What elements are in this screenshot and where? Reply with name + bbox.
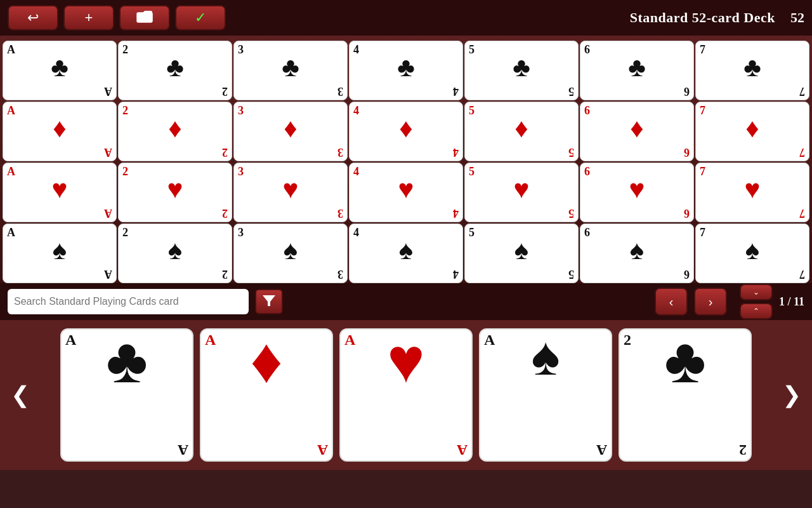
card-rank-br: 3: [337, 147, 343, 158]
grid-card-0-1[interactable]: A♦A: [3, 102, 117, 161]
grid-card-2-0[interactable]: 3♣3: [233, 41, 348, 100]
vert-up-button[interactable]: ⌃: [740, 303, 773, 319]
nav-left-button[interactable]: ‹: [655, 288, 688, 316]
card-suit-center: ♠: [399, 237, 413, 264]
card-suit-center: ♦: [514, 115, 528, 142]
card-rank-br: 6: [684, 147, 690, 158]
card-column-5: 6♣66♦66♥66♠6: [580, 41, 694, 283]
card-grid: A♣AA♦AA♥AA♠A2♣22♦22♥22♠23♣33♦33♥33♠34♣44…: [0, 36, 812, 283]
grid-card-0-0[interactable]: A♣A: [3, 41, 117, 100]
grid-card-5-0[interactable]: 6♣6: [580, 41, 694, 100]
grid-card-5-2[interactable]: 6♥6: [580, 163, 694, 222]
card-column-1: 2♣22♦22♥22♠2: [118, 41, 232, 283]
grid-card-2-2[interactable]: 3♥3: [233, 163, 348, 222]
card-rank-tl: 2: [122, 105, 128, 116]
card-rank-tl: 5: [469, 166, 475, 177]
carousel-card-ace-clubs[interactable]: A♣A: [60, 328, 193, 462]
card-rank-br: 6: [684, 208, 690, 219]
folder-button[interactable]: [119, 5, 170, 30]
carousel-left-icon: ❮: [11, 382, 30, 408]
card-suit-center: ♣: [51, 54, 69, 81]
grid-card-5-1[interactable]: 6♦6: [580, 102, 694, 161]
grid-card-6-2[interactable]: 7♥7: [695, 163, 809, 222]
carousel-card-ace-hearts[interactable]: A♥A: [339, 328, 473, 462]
carousel-card-two-clubs[interactable]: 2♣2: [619, 328, 752, 462]
grid-card-0-2[interactable]: A♥A: [3, 163, 117, 222]
card-column-6: 7♣77♦77♥77♠7: [695, 41, 809, 283]
check-button[interactable]: ✓: [175, 5, 226, 30]
carousel-right-button[interactable]: ❯: [771, 320, 812, 470]
card-rank-tl: 6: [584, 227, 590, 238]
grid-card-6-0[interactable]: 7♣7: [695, 41, 809, 100]
card-rank-br: A: [104, 269, 112, 280]
card-rank-br: 4: [453, 147, 459, 158]
carousel-card-ace-diamonds[interactable]: A♦A: [200, 328, 333, 462]
grid-card-3-1[interactable]: 4♦4: [349, 102, 463, 161]
card-column-3: 4♣44♦44♥44♠4: [349, 41, 463, 283]
card-column-2: 3♣33♦33♥33♠3: [233, 41, 348, 283]
card-suit-center: ♦: [399, 115, 412, 142]
add-button[interactable]: +: [63, 5, 114, 30]
card-rank-br: A: [317, 443, 328, 458]
card-suit-center: ♠: [168, 237, 182, 264]
grid-card-4-3[interactable]: 5♠5: [464, 224, 579, 283]
grid-card-3-2[interactable]: 4♥4: [349, 163, 463, 222]
card-rank-tl: 7: [700, 44, 705, 55]
card-suit-center: ♣: [628, 54, 646, 81]
card-suit-center: ♦: [250, 330, 282, 393]
nav-left-icon: ‹: [669, 295, 674, 309]
grid-card-2-3[interactable]: 3♠3: [233, 224, 348, 283]
grid-card-5-3[interactable]: 6♠6: [580, 224, 694, 283]
card-rank-br: 5: [568, 269, 574, 280]
card-suit-center: ♦: [630, 115, 643, 142]
card-rank-tl: A: [65, 332, 76, 347]
add-icon: +: [85, 10, 93, 26]
card-suit-center: ♣: [106, 330, 148, 393]
grid-card-1-1[interactable]: 2♦2: [118, 102, 232, 161]
deck-title: Standard 52-card Deck: [630, 10, 775, 26]
card-rank-tl: 7: [700, 227, 705, 238]
search-box: [8, 289, 249, 314]
card-rank-tl: A: [7, 105, 15, 116]
grid-card-4-2[interactable]: 5♥5: [464, 163, 579, 222]
grid-card-1-0[interactable]: 2♣2: [118, 41, 232, 100]
nav-right-icon: ›: [709, 295, 713, 309]
card-suit-center: ♠: [53, 237, 67, 264]
nav-right-button[interactable]: ›: [694, 288, 727, 316]
card-rank-br: 2: [222, 269, 228, 280]
grid-card-6-3[interactable]: 7♠7: [695, 224, 809, 283]
card-rank-br: 5: [568, 86, 574, 97]
card-rank-tl: A: [7, 166, 15, 177]
grid-card-3-0[interactable]: 4♣4: [349, 41, 463, 100]
card-suit-center: ♥: [398, 176, 414, 203]
card-rank-tl: 6: [584, 44, 590, 55]
folder-icon: [136, 9, 153, 27]
back-button[interactable]: ↩: [8, 5, 58, 30]
card-rank-br: 7: [799, 86, 805, 97]
grid-card-0-3[interactable]: A♠A: [3, 224, 117, 283]
card-rank-tl: 7: [700, 105, 705, 116]
search-input[interactable]: [14, 296, 242, 307]
card-suit-center: ♣: [282, 54, 299, 81]
grid-card-4-0[interactable]: 5♣5: [464, 41, 579, 100]
carousel-left-button[interactable]: ❮: [0, 320, 41, 470]
grid-card-4-1[interactable]: 5♦5: [464, 102, 579, 161]
card-suit-center: ♦: [745, 115, 759, 142]
carousel-card-ace-spades[interactable]: A♠A: [479, 328, 612, 462]
page-indicator: 1 / 11: [779, 295, 804, 309]
card-rank-tl: A: [205, 332, 216, 347]
grid-card-1-2[interactable]: 2♥2: [118, 163, 232, 222]
card-rank-tl: 5: [469, 227, 475, 238]
grid-card-6-1[interactable]: 7♦7: [695, 102, 809, 161]
grid-card-2-1[interactable]: 3♦3: [233, 102, 348, 161]
card-suit-center: ♠: [284, 237, 298, 264]
card-rank-br: 3: [337, 208, 343, 219]
filter-button[interactable]: [255, 289, 283, 314]
grid-card-1-3[interactable]: 2♠2: [118, 224, 232, 283]
back-icon: ↩: [27, 10, 39, 26]
grid-card-3-3[interactable]: 4♠4: [349, 224, 463, 283]
card-rank-br: A: [457, 443, 468, 458]
card-column-0: A♣AA♦AA♥AA♠A: [3, 41, 117, 283]
card-rank-br: 2: [222, 208, 228, 219]
vert-down-button[interactable]: ⌄: [740, 284, 773, 300]
